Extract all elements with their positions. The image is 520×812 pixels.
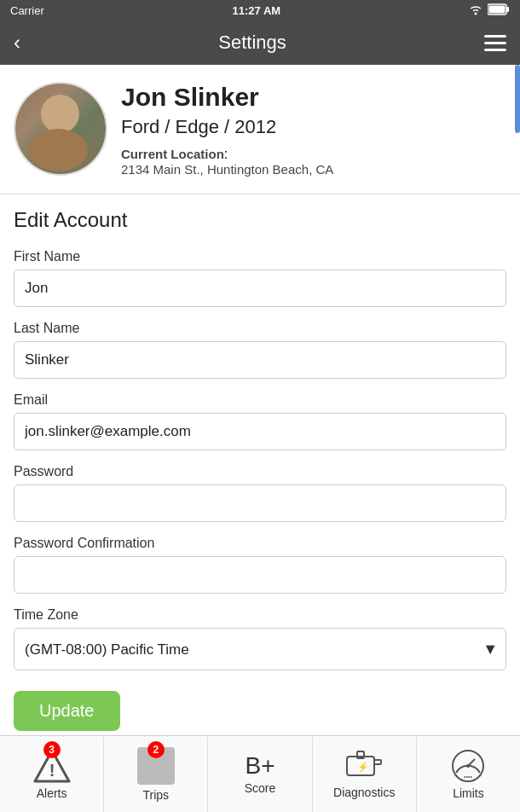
score-icon: B+ (245, 754, 274, 778)
profile-location: 2134 Main St., Huntington Beach, CA (121, 162, 506, 177)
password-confirm-group: Password Confirmation (14, 536, 506, 594)
header-title: Settings (218, 32, 286, 54)
email-group: Email (14, 392, 506, 450)
first-name-group: First Name (14, 249, 506, 307)
wifi-icon (469, 5, 482, 15)
section-title: Edit Account (14, 208, 506, 232)
limits-label: Limits (453, 786, 484, 800)
timezone-select[interactable]: (GMT-08:00) Pacific Time (14, 628, 506, 670)
menu-line-3 (484, 49, 506, 51)
email-input[interactable] (14, 413, 506, 450)
last-name-label: Last Name (14, 321, 506, 336)
menu-line-2 (484, 42, 506, 44)
first-name-label: First Name (14, 249, 506, 264)
profile-vehicle: Ford / Edge / 2012 (121, 116, 506, 138)
menu-line-1 (484, 35, 506, 38)
update-button[interactable]: Update (14, 691, 120, 731)
limits-icon: •••• (451, 749, 485, 783)
main-content: Edit Account First Name Last Name Email … (0, 194, 520, 737)
svg-point-13 (466, 764, 470, 768)
menu-button[interactable] (484, 35, 506, 51)
password-group: Password (14, 464, 506, 522)
scroll-indicator (515, 65, 520, 133)
trips-badge: 2 (147, 741, 165, 758)
last-name-input[interactable] (14, 341, 506, 379)
svg-rect-2 (506, 7, 509, 12)
time-label: 11:27 AM (233, 4, 281, 17)
password-input[interactable] (14, 484, 506, 522)
alerts-badge: 3 (43, 741, 61, 758)
status-icons (469, 3, 510, 18)
trips-label: Trips (143, 788, 170, 802)
timezone-select-wrapper: (GMT-08:00) Pacific Time ▼ (14, 628, 506, 670)
bottom-nav: 3 ! Alerts 2 Trips B+ Score ⚡ Diagnostic… (0, 735, 520, 812)
password-confirm-label: Password Confirmation (14, 536, 506, 551)
password-confirm-input[interactable] (14, 556, 506, 594)
nav-item-score[interactable]: B+ Score (207, 736, 311, 812)
score-label: Score (245, 781, 276, 795)
svg-point-0 (475, 13, 477, 15)
nav-item-diagnostics[interactable]: ⚡ Diagnostics (312, 736, 416, 812)
email-label: Email (14, 392, 506, 408)
alerts-label: Alerts (37, 786, 67, 800)
svg-text:!: ! (49, 761, 55, 780)
nav-item-alerts[interactable]: 3 ! Alerts (0, 736, 103, 812)
avatar-image (15, 82, 106, 176)
profile-section: Jon Slinker Ford / Edge / 2012 Current L… (0, 65, 520, 194)
carrier-label: Carrier (10, 4, 44, 17)
header: ‹ Settings (0, 20, 520, 65)
profile-name: Jon Slinker (121, 82, 506, 113)
battery-icon (488, 3, 510, 18)
diagnostics-label: Diagnostics (333, 786, 395, 799)
password-label: Password (14, 464, 506, 479)
svg-rect-3 (489, 5, 506, 13)
svg-text:••••: •••• (465, 774, 473, 780)
location-label: Current Location (121, 147, 224, 161)
svg-text:⚡: ⚡ (357, 761, 369, 773)
nav-item-trips[interactable]: 2 Trips (103, 736, 207, 812)
timezone-group: Time Zone (GMT-08:00) Pacific Time ▼ (14, 607, 506, 670)
last-name-group: Last Name (14, 321, 506, 379)
status-bar: Carrier 11:27 AM (0, 0, 520, 20)
profile-info: Jon Slinker Ford / Edge / 2012 Current L… (121, 82, 506, 177)
timezone-label: Time Zone (14, 607, 506, 623)
avatar (14, 82, 107, 176)
back-button[interactable]: ‹ (14, 31, 20, 55)
nav-item-limits[interactable]: •••• Limits (416, 736, 520, 812)
first-name-input[interactable] (14, 270, 506, 307)
svg-rect-8 (374, 760, 381, 764)
diagnostics-icon: ⚡ (345, 750, 383, 782)
